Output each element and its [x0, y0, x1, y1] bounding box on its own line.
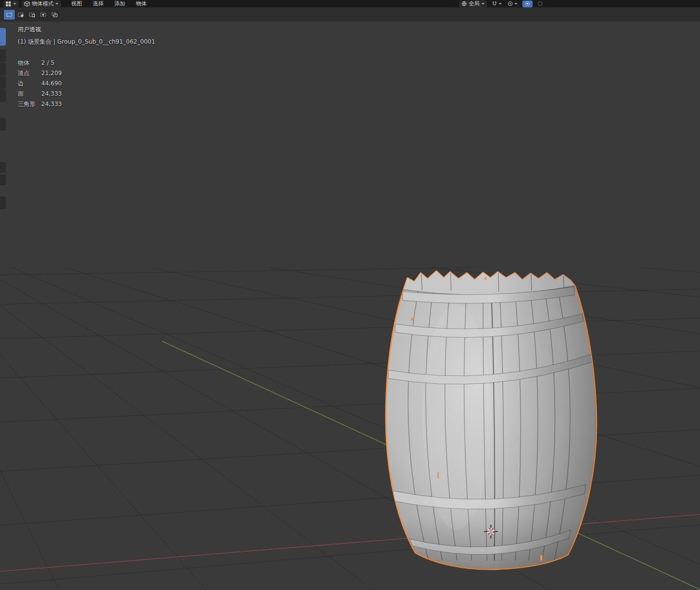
header-right-group: 全局 — [459, 0, 544, 7]
tool-cursor-button[interactable] — [0, 50, 6, 62]
select-mode-new-button[interactable] — [4, 10, 15, 20]
header-left-group: 物体模式 视图 选择 添加 物体 — [3, 0, 152, 7]
mode-selector-dropdown[interactable]: 物体模式 — [22, 0, 61, 7]
select-extend-icon — [17, 12, 24, 18]
tool-rotate-button[interactable] — [0, 76, 6, 89]
menu-bar: 视图 选择 添加 物体 — [66, 0, 152, 7]
menu-add[interactable]: 添加 — [109, 0, 131, 7]
orientation-globe-icon — [461, 1, 467, 6]
chevron-down-icon — [55, 3, 58, 5]
editor-type-button[interactable] — [3, 0, 19, 7]
tool-transform-button[interactable] — [0, 118, 6, 131]
editor-type-icon — [5, 1, 11, 7]
select-intersect-icon — [51, 12, 58, 18]
tool-add-object-button[interactable] — [0, 196, 6, 209]
menu-object[interactable]: 物体 — [131, 0, 152, 7]
orientation-label: 全局 — [469, 0, 480, 7]
tool-move-button[interactable] — [0, 63, 6, 76]
select-new-icon — [6, 12, 13, 18]
object-mode-icon — [24, 1, 30, 7]
tool-annotate-button[interactable] — [0, 162, 6, 173]
select-mode-intersect-button[interactable] — [49, 10, 60, 20]
mode-selector-label: 物体模式 — [32, 0, 54, 7]
viewport-3d[interactable] — [0, 0, 700, 590]
tool-measure-button[interactable] — [0, 174, 6, 185]
blender-window: 物体模式 视图 选择 添加 物体 全局 — [0, 0, 700, 590]
left-toolbar — [0, 22, 7, 590]
tool-select-box-button[interactable] — [0, 28, 6, 46]
select-mode-subtract-button[interactable] — [27, 10, 37, 20]
menu-view[interactable]: 视图 — [66, 0, 87, 7]
overlays-icon — [538, 1, 543, 6]
tool-scale-button[interactable] — [0, 89, 6, 102]
select-invert-icon — [40, 12, 47, 18]
select-subtract-icon — [28, 12, 35, 18]
snap-magnet-icon — [492, 1, 497, 6]
overlays-toggle-button[interactable] — [537, 0, 544, 7]
axis-x-red — [0, 514, 700, 571]
chevron-down-icon — [514, 3, 517, 5]
snapping-toggle-button[interactable] — [491, 0, 503, 7]
select-mode-extend-button[interactable] — [15, 10, 26, 20]
select-mode-invert-button[interactable] — [38, 10, 49, 20]
transform-orientation-dropdown[interactable]: 全局 — [459, 0, 487, 7]
chevron-down-icon — [482, 3, 485, 5]
tool-settings-bar — [0, 7, 700, 22]
barrel-object[interactable] — [386, 265, 604, 579]
menu-select[interactable]: 选择 — [87, 0, 109, 7]
proportional-editing-toggle[interactable] — [507, 0, 518, 7]
select-mode-group — [4, 10, 60, 20]
proportional-editing-icon — [508, 1, 513, 6]
viewport-header: 物体模式 视图 选择 添加 物体 全局 — [0, 0, 700, 7]
gizmo-icon — [525, 1, 530, 6]
gizmo-toggle-button[interactable] — [522, 0, 533, 7]
chevron-down-icon — [13, 3, 16, 5]
chevron-down-icon — [499, 3, 502, 5]
